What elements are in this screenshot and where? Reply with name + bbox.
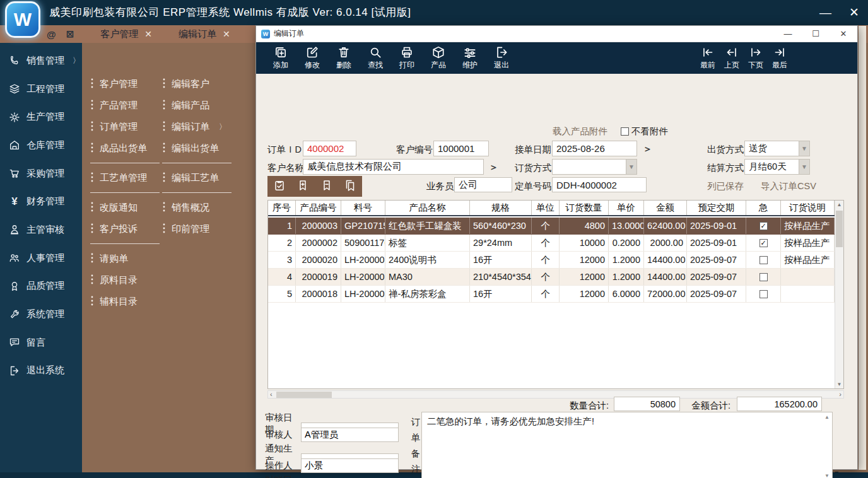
close-all-icon[interactable]: ⊠ (66, 28, 74, 40)
scroll-left-icon[interactable]: ‹ (270, 390, 273, 399)
column-header[interactable]: 急 (746, 201, 781, 215)
dialog-close-button[interactable]: ✕ (830, 26, 857, 42)
table-row[interactable]: 220000025090011703D标签29*24mm个100000.2000… (268, 235, 835, 252)
minimize-button[interactable]: — (819, 0, 831, 25)
ship-method-select[interactable]: 送货▼ (744, 141, 810, 156)
prev-button[interactable]: 上页 (720, 45, 744, 71)
scroll-down-icon[interactable]: ▼ (835, 382, 843, 387)
submenu-item[interactable]: 客户投诉 (90, 218, 165, 240)
add-button[interactable]: 添加 (265, 45, 296, 71)
submenu-item[interactable]: 改版通知 (90, 197, 165, 218)
maintain-button[interactable]: 维护 (454, 45, 486, 71)
search-button[interactable]: 查找 (360, 45, 391, 71)
column-header[interactable]: 订货数量 (560, 201, 609, 215)
order-method-select[interactable]: ▼ (552, 159, 637, 175)
dialog-maximize-button[interactable]: ☐ (802, 26, 830, 42)
scroll-right-icon[interactable]: › (839, 390, 842, 399)
column-header[interactable]: 规格 (470, 201, 532, 215)
submenu-item[interactable]: 客户管理 (90, 73, 165, 95)
bookmark-remove-icon[interactable] (320, 179, 333, 194)
submenu-item[interactable]: 原料目录 (90, 269, 165, 291)
column-header[interactable]: 产品编号 (296, 201, 341, 215)
sidebar-item-9[interactable]: 系统管理 (0, 300, 82, 329)
link-icon[interactable]: @ (47, 29, 56, 40)
clip-check-icon[interactable] (273, 179, 286, 194)
load-attachment-link[interactable]: 载入产品附件 (553, 125, 607, 137)
submenu-item[interactable]: 产品管理 (90, 95, 165, 116)
table-row[interactable]: 12000003GP210715008红色款手工罐盒装560*460*230个4… (268, 218, 835, 235)
close-tab-icon[interactable]: ✕ (144, 29, 152, 39)
receive-date-field[interactable] (552, 141, 637, 156)
scroll-down-icon[interactable]: ▼ (824, 473, 830, 478)
columns-saved-link[interactable]: 列已保存 (707, 180, 744, 192)
order-id-field[interactable] (303, 141, 356, 156)
table-row[interactable]: 52000018LH-2000018禅-私房茶彩盒16开个120006.0000… (268, 286, 835, 303)
customer-no-field[interactable] (433, 141, 489, 156)
customer-name-field[interactable] (303, 159, 484, 175)
scrollbar-thumb[interactable] (276, 392, 332, 398)
urgent-checkbox[interactable] (760, 273, 768, 281)
sidebar-item-0[interactable]: 销售管理〉 (0, 47, 82, 75)
scroll-up-icon[interactable]: ▲ (835, 202, 843, 207)
submenu-item[interactable]: 成品出货单 (90, 137, 165, 159)
last-button[interactable]: 最后 (768, 45, 792, 71)
scroll-up-icon[interactable]: ▲ (824, 414, 830, 420)
sidebar-item-5[interactable]: ¥财务管理 (0, 187, 82, 216)
urgent-checkbox[interactable] (760, 256, 768, 264)
submenu-item[interactable]: 编辑订单〉 (162, 116, 237, 137)
footer-field-input[interactable] (301, 428, 399, 442)
delete-button[interactable]: 删除 (328, 45, 360, 71)
vertical-scrollbar[interactable]: ▲ ▼ (835, 201, 843, 388)
urgent-checkbox[interactable] (760, 290, 768, 298)
chevron-down-icon[interactable]: ▼ (799, 141, 809, 156)
footer-field-input[interactable] (301, 458, 399, 473)
dialog-minimize-button[interactable]: — (774, 26, 802, 42)
date-picker-arrow[interactable]: ＞ (643, 143, 652, 155)
print-button[interactable]: 打印 (391, 45, 423, 71)
sidebar-item-4[interactable]: 采购管理 (0, 160, 82, 188)
close-tab-icon[interactable]: ✕ (223, 29, 230, 39)
submenu-item[interactable]: 订单管理 (90, 116, 165, 137)
urgent-checkbox[interactable]: ✓ (760, 222, 768, 230)
column-header[interactable]: 产品名称 (385, 201, 470, 215)
sidebar-item-11[interactable]: 退出系统 (0, 357, 82, 385)
column-header[interactable]: 料号 (341, 201, 385, 215)
column-header[interactable]: 金额 (644, 201, 687, 215)
settle-method-select[interactable]: 月结60天▼ (744, 159, 810, 175)
sidebar-item-8[interactable]: 品质管理 (0, 272, 82, 301)
bookmark-copy-icon[interactable] (344, 179, 356, 194)
sidebar-item-10[interactable]: 留言 (0, 329, 82, 357)
no-attachment-checkbox[interactable]: 不看附件 (621, 125, 668, 137)
dialog-titlebar[interactable]: W 编辑订单 — ☐ ✕ (256, 26, 857, 42)
salesman-field[interactable] (454, 177, 512, 192)
bookmark-add-icon[interactable] (296, 179, 309, 194)
edit-button[interactable]: 修改 (296, 45, 328, 71)
submenu-item[interactable]: 销售概况 (162, 197, 237, 218)
chevron-down-icon[interactable]: ▼ (626, 160, 636, 174)
sidebar-item-6[interactable]: 主管审核 (0, 216, 82, 244)
first-button[interactable]: 最前 (696, 45, 720, 71)
table-row[interactable]: 42000019LH-2000019MA30210*4540*354mm个120… (268, 269, 835, 286)
column-header[interactable]: 序号 (268, 201, 296, 215)
order-no-field[interactable] (552, 177, 647, 192)
column-header[interactable]: 单位 (532, 201, 560, 215)
submenu-item[interactable]: 请购单 (90, 248, 165, 269)
scrollbar-thumb[interactable] (836, 211, 843, 247)
column-header[interactable]: 单价 (609, 201, 644, 215)
table-row[interactable]: 32000020LH-20000202400说明书16开个120001.2000… (268, 252, 835, 269)
submenu-item[interactable]: 编辑产品 (162, 95, 237, 116)
tab-1[interactable]: 编辑订单✕ (179, 28, 230, 40)
urgent-checkbox[interactable]: ✓ (760, 239, 768, 247)
submenu-item[interactable]: 工艺单管理 (90, 167, 165, 189)
submenu-item[interactable]: 辅料目录 (90, 291, 165, 312)
submenu-item[interactable]: 印前管理 (162, 218, 237, 240)
sidebar-item-2[interactable]: 生产管理 (0, 103, 82, 131)
import-csv-link[interactable]: 导入订单CSV (761, 180, 816, 192)
submenu-item[interactable]: 编辑出货单 (162, 137, 237, 159)
tab-0[interactable]: 客户管理✕ (100, 28, 152, 40)
exit-button[interactable]: 退出 (486, 45, 517, 71)
sidebar-item-1[interactable]: 工程管理 (0, 75, 82, 103)
submenu-item[interactable]: 编辑客户 (162, 73, 237, 95)
close-button[interactable]: ✕ (849, 0, 859, 25)
next-button[interactable]: 下页 (744, 45, 768, 71)
